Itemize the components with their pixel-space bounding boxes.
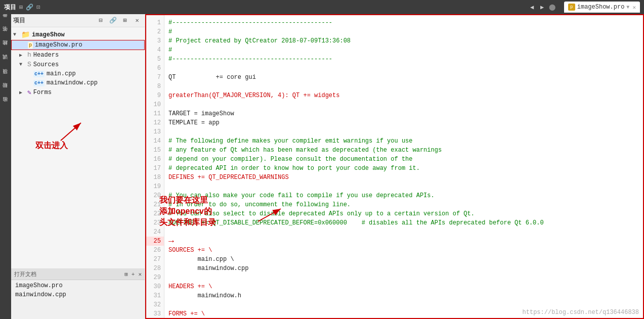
arrow-indicator: → <box>168 237 174 246</box>
tab-close-icon[interactable]: ✕ <box>632 4 636 11</box>
sidebar-label-output[interactable]: 输出 <box>2 103 9 109</box>
tab-imageshowpro[interactable]: p imageShow.pro ▼ ✕ <box>564 2 640 13</box>
tree-item-mainwindowcpp[interactable]: c++ mainwindow.cpp <box>11 78 145 87</box>
line-number-28: 28 <box>146 264 164 273</box>
file-tree-panel: 项目 ⊟ 🔗 ⊞ ✕ ▼ 📁 imageShow p <box>11 14 145 319</box>
nav-forward-btn[interactable]: ▶ <box>538 3 547 12</box>
tab-dropdown-icon[interactable]: ▼ <box>626 5 629 10</box>
line-number-29: 29 <box>146 273 164 282</box>
code-line-28: mainwindow.cpp <box>168 264 639 273</box>
top-bar-link-icon[interactable]: 🔗 <box>26 4 33 11</box>
sidebar-label-bookmark[interactable]: 书签 <box>2 32 9 38</box>
code-line-23: #DEFINES += QT_DISABLE_DEPRECATED_BEFORE… <box>168 218 639 227</box>
open-docs-list: imageShow.pro mainwindow.cpp <box>11 280 145 319</box>
sidebar-label-help[interactable]: 帮助 <box>2 89 9 95</box>
line-number-25: 25 <box>146 237 164 246</box>
pro-file-icon: p <box>28 42 33 49</box>
file-tree-toolbar: 项目 ⊟ 🔗 ⊞ ✕ <box>11 14 145 27</box>
sidebar-label-project[interactable]: 项目 <box>2 75 9 81</box>
open-docs-add-btn[interactable]: + <box>132 271 135 278</box>
code-line-2: # <box>168 27 639 36</box>
code-lines[interactable]: #---------------------------------------… <box>164 15 643 318</box>
toolbar-filter-btn[interactable]: ⊟ <box>95 15 106 26</box>
line-number-9: 9 <box>146 91 164 100</box>
line-number-21: 21 <box>146 200 164 209</box>
code-line-1: #---------------------------------------… <box>168 18 639 27</box>
line-number-12: 12 <box>146 118 164 127</box>
code-line-16: # depend on your compiler). Please consu… <box>168 155 639 164</box>
line-number-32: 32 <box>146 300 164 309</box>
line-number-24: 24 <box>146 227 164 237</box>
open-doc-mainwindowcpp[interactable]: mainwindow.cpp <box>11 290 145 299</box>
line-number-11: 11 <box>146 109 164 118</box>
tree-arrow-forms: ▶ <box>19 89 25 96</box>
code-line-12: TEMPLATE = app <box>168 118 639 127</box>
open-doc-imageshowpro[interactable]: imageShow.pro <box>11 281 145 290</box>
code-line-21: # In order to do so, uncomment the follo… <box>168 200 639 209</box>
code-line-11: TARGET = imageShow <box>168 109 639 118</box>
line-number-4: 4 <box>146 45 164 55</box>
forms-icon: ✎ <box>27 88 31 97</box>
line-number-5: 5 <box>146 55 164 64</box>
code-line-26: SOURCES += \ <box>168 246 639 255</box>
open-docs-layout-btn[interactable]: ⊞ <box>124 271 128 278</box>
project-icon: 📁 <box>21 30 30 39</box>
code-line-31: mainwindow.h <box>168 291 639 300</box>
tree-item-pro[interactable]: p imageShow.pro <box>11 40 145 50</box>
code-content[interactable]: 1234567891011121314151617181920212223242… <box>146 15 643 318</box>
open-docs-close-btn[interactable]: ✕ <box>138 271 142 278</box>
line-number-33: 33 <box>146 309 164 318</box>
tree-item-project[interactable]: ▼ 📁 imageShow <box>11 29 145 40</box>
headers-label: Headers <box>33 52 59 59</box>
line-number-20: 20 <box>146 191 164 200</box>
sidebar-label-edit[interactable]: 变量 <box>2 18 9 24</box>
line-numbers: 1234567891011121314151617181920212223242… <box>146 15 164 318</box>
line-number-13: 13 <box>146 127 164 136</box>
pro-file-label: imageShow.pro <box>35 41 82 49</box>
line-number-26: 26 <box>146 246 164 255</box>
cpp-icon-mainwindow: c++ <box>33 80 45 86</box>
maincpp-label: main.cpp <box>47 70 76 77</box>
top-bar-window-icon[interactable]: ⊡ <box>36 4 40 11</box>
mainwindowcpp-label: mainwindow.cpp <box>47 79 98 86</box>
tree-item-sources[interactable]: ▼ S Sources <box>11 60 145 69</box>
code-line-6 <box>168 64 639 73</box>
toolbar-close-btn[interactable]: ✕ <box>132 15 143 26</box>
line-number-27: 27 <box>146 255 164 264</box>
line-number-30: 30 <box>146 282 164 291</box>
code-line-10 <box>168 100 639 109</box>
line-number-7: 7 <box>146 73 164 82</box>
sidebar-label-debug[interactable]: 调试 <box>2 61 9 67</box>
code-line-32 <box>168 300 639 309</box>
tab-pro-icon: p <box>568 4 575 11</box>
line-number-22: 22 <box>146 209 164 218</box>
toolbar-expand-btn[interactable]: ⊞ <box>119 15 131 26</box>
code-line-20: # You can also make your code fail to co… <box>168 191 639 200</box>
toolbar-link-btn[interactable]: 🔗 <box>107 15 118 26</box>
code-line-4: # <box>168 45 639 55</box>
code-line-19 <box>168 182 639 191</box>
code-line-27: main.cpp \ <box>168 255 639 264</box>
code-line-7: QT += core gui <box>168 73 639 82</box>
tree-arrow-project: ▼ <box>13 32 19 37</box>
tree-item-maincpp[interactable]: c++ main.cpp <box>11 69 145 78</box>
tree-item-forms[interactable]: ▶ ✎ Forms <box>11 87 145 98</box>
nav-back-btn[interactable]: ◀ <box>528 3 537 12</box>
line-number-17: 17 <box>146 164 164 173</box>
line-number-1: 1 <box>146 18 164 27</box>
code-editor[interactable]: 1234567891011121314151617181920212223242… <box>145 14 644 319</box>
code-line-33: FORMS += \ <box>168 309 639 318</box>
sidebar-label-build[interactable]: 构建 <box>2 47 9 53</box>
code-line-30: HEADERS += \ <box>168 282 639 291</box>
tree-item-headers[interactable]: ▶ h Headers <box>11 50 145 60</box>
sidebar-labels: 变量 书签 构建 调试 项目 帮助 输出 <box>0 14 11 319</box>
code-line-25: → <box>168 237 639 246</box>
nav-extra-btn[interactable]: ⬤ <box>548 3 557 12</box>
forms-label: Forms <box>33 89 52 96</box>
editor-region: 1234567891011121314151617181920212223242… <box>145 14 644 319</box>
line-number-19: 19 <box>146 182 164 191</box>
file-tree-content: ▼ 📁 imageShow p imageShow.pro ▶ h Header… <box>11 27 145 268</box>
top-bar-filter-icon[interactable]: ⊞ <box>19 4 23 11</box>
code-line-8 <box>168 82 639 91</box>
tree-arrow-headers: ▶ <box>19 52 25 58</box>
